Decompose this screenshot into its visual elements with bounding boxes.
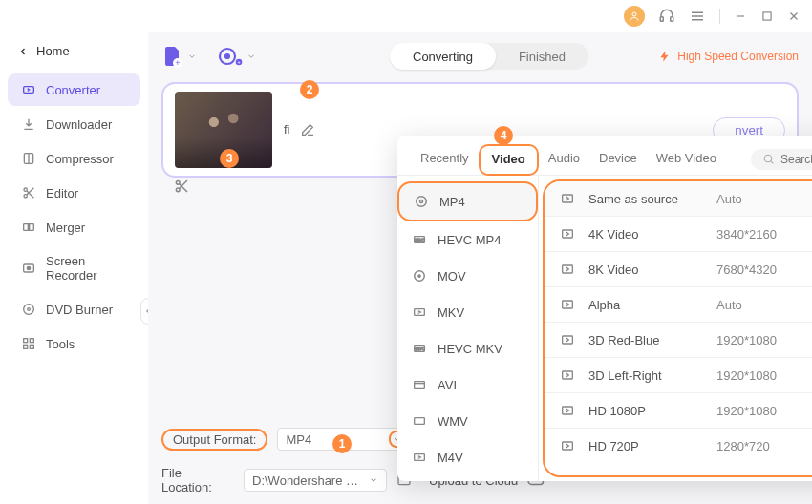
output-format-label: Output Format: bbox=[161, 429, 267, 451]
format-item-hevc-mkv[interactable]: HEVCHEVC MKV bbox=[397, 330, 538, 367]
resolution-item[interactable]: 4K Video3840*2160 bbox=[545, 217, 812, 252]
svg-rect-1 bbox=[660, 17, 663, 22]
sidebar-item-dvd-burner[interactable]: DVD Burner bbox=[8, 293, 140, 326]
status-segment: Converting Finished bbox=[390, 43, 588, 70]
user-avatar[interactable] bbox=[624, 6, 645, 27]
svg-rect-7 bbox=[763, 12, 771, 20]
format-item-mov[interactable]: MOV bbox=[397, 258, 538, 294]
play-box-icon bbox=[560, 191, 575, 206]
sidebar-item-screen-recorder[interactable]: Screen Recorder bbox=[8, 245, 140, 291]
play-box-icon bbox=[560, 297, 575, 312]
recorder-icon bbox=[21, 261, 36, 276]
svg-rect-55 bbox=[563, 301, 573, 308]
format-item-mp4[interactable]: MP4 bbox=[397, 181, 538, 221]
svg-text:HEVC: HEVC bbox=[414, 238, 424, 242]
format-list: MP4 HEVCHEVC MP4 MOV MKV HEVCHEVC MKV AV… bbox=[397, 176, 539, 481]
tab-finished[interactable]: Finished bbox=[496, 43, 588, 70]
compress-icon bbox=[21, 151, 36, 166]
format-item-wmv[interactable]: WMV bbox=[397, 403, 538, 439]
download-icon bbox=[21, 116, 36, 132]
format-item-hevc-mp4[interactable]: HEVCHEVC MP4 bbox=[397, 221, 538, 258]
popup-tab-recently[interactable]: Recently bbox=[411, 143, 479, 175]
add-dvd-button[interactable]: + bbox=[216, 45, 256, 68]
hevc-icon: HEVC bbox=[411, 231, 428, 248]
m4v-icon bbox=[411, 449, 428, 466]
add-file-button[interactable]: + bbox=[161, 45, 197, 68]
svg-point-20 bbox=[27, 266, 30, 269]
format-popup: Recently Video Audio Device Web Video MP… bbox=[397, 136, 812, 481]
svg-rect-59 bbox=[563, 442, 573, 450]
svg-point-22 bbox=[28, 308, 31, 311]
minimize-icon[interactable] bbox=[734, 10, 747, 23]
main-toolbar: + + Converting Finished High Speed Conve… bbox=[161, 38, 799, 74]
resolution-item[interactable]: 3D Red-Blue1920*1080 bbox=[545, 323, 812, 358]
sidebar-item-label: Tools bbox=[46, 337, 75, 351]
search-icon bbox=[762, 153, 775, 165]
file-location-select[interactable]: D:\Wondershare UniConverter 1 bbox=[244, 469, 387, 492]
step-badge-4: 4 bbox=[494, 126, 513, 145]
edit-name-icon[interactable] bbox=[300, 122, 315, 137]
format-item-avi[interactable]: AVI bbox=[397, 367, 538, 403]
home-back[interactable]: Home bbox=[0, 38, 148, 72]
svg-rect-50 bbox=[415, 418, 425, 425]
play-box-icon bbox=[560, 332, 575, 347]
sidebar-item-label: Merger bbox=[46, 220, 85, 235]
maximize-icon[interactable] bbox=[760, 10, 774, 23]
menu-icon[interactable] bbox=[689, 8, 706, 25]
sidebar-item-compressor[interactable]: Compressor bbox=[8, 142, 140, 175]
play-box-icon bbox=[560, 226, 575, 242]
popup-search[interactable] bbox=[751, 149, 812, 170]
sidebar: Home Converter Downloader Compressor Edi… bbox=[0, 32, 148, 504]
resolution-item[interactable]: HD 1080P1920*1080 bbox=[545, 393, 812, 429]
svg-rect-52 bbox=[563, 195, 573, 202]
format-item-m4v[interactable]: M4V bbox=[397, 439, 538, 475]
format-item-mkv[interactable]: MKV bbox=[397, 294, 538, 330]
sidebar-item-label: Downloader bbox=[46, 117, 112, 132]
resolution-list: Same as sourceAuto 4K Video3840*2160 8K … bbox=[543, 179, 812, 477]
step-badge-2: 2 bbox=[300, 80, 319, 99]
chevron-down-icon bbox=[365, 472, 382, 489]
svg-point-14 bbox=[24, 195, 27, 198]
hevc-mkv-icon: HEVC bbox=[411, 340, 428, 357]
resolution-item[interactable]: 8K Video7680*4320 bbox=[545, 252, 812, 287]
scissors-icon bbox=[21, 185, 36, 200]
svg-rect-54 bbox=[563, 265, 573, 273]
svg-rect-57 bbox=[563, 371, 573, 379]
svg-rect-2 bbox=[671, 17, 673, 22]
svg-point-13 bbox=[24, 188, 27, 191]
play-box-icon bbox=[560, 262, 575, 277]
tab-converting[interactable]: Converting bbox=[390, 43, 496, 70]
window-titlebar bbox=[0, 0, 812, 32]
step-badge-1: 1 bbox=[332, 434, 352, 453]
sidebar-item-editor[interactable]: Editor bbox=[8, 177, 140, 209]
main-panel: + + Converting Finished High Speed Conve… bbox=[148, 32, 812, 504]
play-box-icon bbox=[560, 438, 575, 453]
headset-icon[interactable] bbox=[658, 8, 675, 25]
svg-point-0 bbox=[632, 12, 636, 16]
trim-icon[interactable] bbox=[173, 178, 190, 195]
popup-search-input[interactable] bbox=[780, 153, 812, 166]
resolution-item[interactable]: AlphaAuto bbox=[545, 287, 812, 323]
resolution-item[interactable]: Same as sourceAuto bbox=[545, 181, 812, 217]
popup-tab-device[interactable]: Device bbox=[589, 143, 647, 175]
popup-tab-web-video[interactable]: Web Video bbox=[647, 143, 726, 175]
sidebar-item-downloader[interactable]: Downloader bbox=[8, 108, 140, 140]
chevron-left-icon bbox=[17, 46, 29, 57]
resolution-item[interactable]: HD 720P1280*720 bbox=[545, 429, 812, 463]
sidebar-item-tools[interactable]: Tools bbox=[8, 327, 140, 360]
sidebar-item-merger[interactable]: Merger bbox=[8, 211, 140, 243]
svg-line-38 bbox=[771, 161, 774, 164]
close-icon[interactable] bbox=[787, 10, 801, 23]
converter-icon bbox=[21, 82, 36, 97]
sidebar-item-converter[interactable]: Converter bbox=[8, 74, 140, 106]
resolution-item[interactable]: 3D Left-Right1920*1080 bbox=[545, 358, 812, 393]
popup-tab-video[interactable]: Video bbox=[479, 144, 539, 176]
wmv-icon bbox=[411, 412, 428, 430]
svg-text:+: + bbox=[237, 59, 240, 65]
high-speed-toggle[interactable]: High Speed Conversion bbox=[658, 50, 799, 63]
edit-tools-row bbox=[173, 178, 190, 195]
svg-rect-48 bbox=[415, 382, 425, 388]
sidebar-item-label: Editor bbox=[46, 186, 78, 200]
popup-tab-audio[interactable]: Audio bbox=[539, 143, 589, 175]
svg-point-33 bbox=[176, 180, 180, 184]
